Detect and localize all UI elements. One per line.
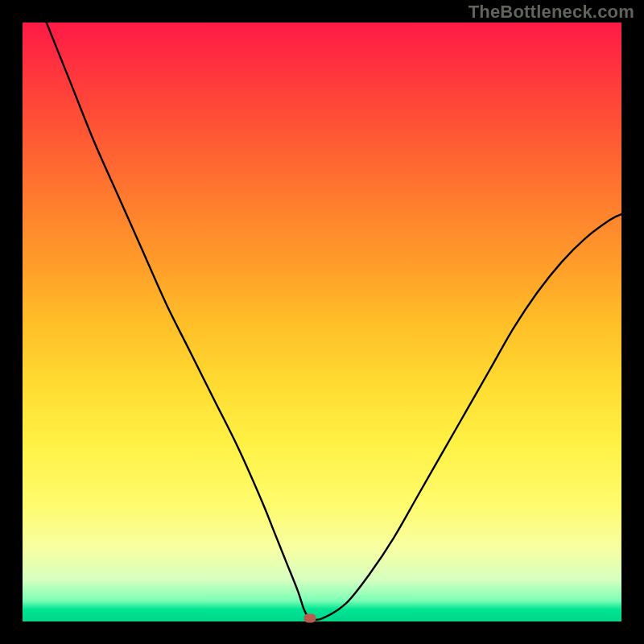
chart-frame: TheBottleneck.com	[0, 0, 644, 644]
watermark-text: TheBottleneck.com	[469, 2, 634, 23]
chart-plot-area	[23, 23, 621, 621]
optimal-point-marker	[304, 614, 316, 623]
bottleneck-curve	[23, 23, 621, 621]
